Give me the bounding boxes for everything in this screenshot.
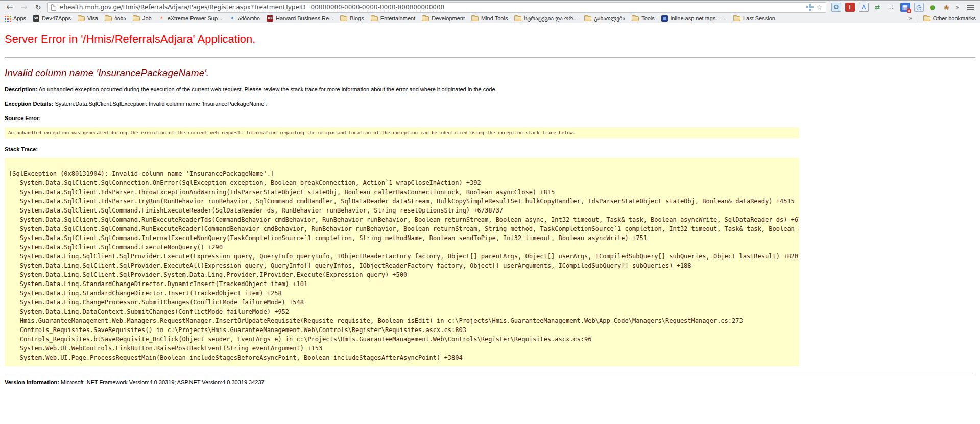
folder-icon [471,16,479,21]
bookmark-hbr[interactable]: HBRHarvard Business Re... [267,15,333,22]
exception-details-row: Exception Details: System.Data.SqlClient… [5,100,975,107]
bookmark-star-icon[interactable]: ☆ [816,4,823,11]
extension-glyph: ◉ [944,4,949,10]
source-error-label: Source Error: [5,115,41,121]
bookmark-label: ამბიონი [238,15,260,22]
url-text[interactable]: ehealth.moh.gov.ge/Hmis/ReferralsAdjara/… [60,4,806,11]
red-t-extension-icon[interactable]: t [845,3,855,12]
bookmark-inline-aspnet[interactable]: ▤inline asp.net tags... ... [661,15,727,22]
source-error-text: An unhandled exception was generated dur… [5,127,799,138]
extension-badge: x [907,9,911,13]
folder-icon [133,16,140,21]
bookmark-visa[interactable]: Visa [78,15,98,21]
extension-glyph: ● [930,4,935,10]
bookmark-mind-tools[interactable]: Mind Tools [471,15,508,21]
bookmark-strategia[interactable]: სტრატეგია და ორ... [514,15,578,22]
hbr-favicon: HBR [267,15,273,22]
other-bookmarks-button[interactable]: Other bookmarks [923,15,976,21]
bookmarks-list: AppsWDev47AppsVisaბინაJobXeXtreme Power … [4,15,782,22]
bookmark-label: Harvard Business Re... [276,15,333,21]
window-clock-extension-icon[interactable]: ◷ [914,3,924,12]
stack-trace-label: Stack Trace: [5,146,38,152]
bookmark-ambioni[interactable]: Xამბიონი [229,15,260,22]
folder-icon [733,16,740,21]
stack-trace-row: Stack Trace: [5,146,975,153]
folder-icon [78,16,85,21]
extreme-power-favicon: X [158,15,165,22]
extension-glyph: ◷ [916,4,921,10]
green-arrows-extension-icon[interactable]: ⇄ [873,3,882,12]
inline-aspnet-favicon: ▤ [661,15,668,22]
exception-details-label: Exception Details: [5,101,53,107]
error-page: Server Error in '/Hmis/ReferralsAdjara' … [0,32,980,385]
exception-details-text: System.Data.SqlClient.SqlException: Inva… [55,101,267,107]
back-button[interactable]: ← [3,2,17,13]
bookmark-job[interactable]: Job [133,15,152,21]
extension-glyph: ⇄ [875,4,880,10]
window-gear-extension-icon[interactable]: ⚙ [831,3,841,12]
bookmark-label: Mind Tools [481,15,508,21]
bookmark-tools[interactable]: Tools [632,15,655,21]
bookmark-label: სტრატეგია და ორ... [524,15,578,22]
apps-grid-icon [4,15,11,22]
ambioni-favicon: X [229,15,235,22]
bookmark-label: Last Session [743,15,775,21]
version-info: Version Information: Microsoft .NET Fram… [5,379,975,385]
bookmark-label: Other bookmarks [933,15,976,21]
bookmark-label: Development [432,15,465,21]
translate-extension-icon[interactable]: A [859,3,869,12]
bookmark-dev47apps[interactable]: WDev47Apps [33,15,71,22]
folder-icon [371,16,378,21]
chrome-menu-button[interactable] [963,2,977,13]
bookmark-label: ბინა [114,15,126,22]
bookmark-label: Blogs [350,15,364,21]
description-text: An unhandled exception occurred during t… [39,86,497,92]
title-divider [5,57,975,58]
bookmark-label: Entertainment [380,15,415,21]
cookie-extension-icon[interactable]: ◉ [942,3,951,12]
green-drop-extension-icon[interactable]: ● [928,3,938,12]
bookmark-development[interactable]: Development [422,15,465,21]
forward-button[interactable]: → [17,2,31,13]
bookmarks-separator [919,15,919,22]
bookmark-label: Visa [87,15,98,21]
bookmark-label: განათლება [594,15,625,22]
page-favicon-icon [51,4,56,11]
bookmark-entertainment[interactable]: Entertainment [371,15,415,21]
toolbar-overflow-chevron[interactable]: » [955,4,959,11]
bookmark-label: Dev47Apps [42,15,71,21]
bookmark-label: Apps [13,15,26,21]
bookmark-last-session[interactable]: Last Session [733,15,775,21]
bookmark-bina[interactable]: ბინა [105,15,126,22]
bookmark-label: Tools [641,15,655,21]
bookmark-extreme-power[interactable]: XeXtreme Power Sup... [158,15,223,22]
calendar-extension-icon[interactable]: ▦x [900,3,910,12]
description-row: Description: An unhandled exception occu… [5,86,975,93]
stack-trace-text: [SqlException (0x80131904): Invalid colu… [5,158,799,366]
bookmark-ganatleba[interactable]: განათლება [584,15,625,22]
source-error-row: Source Error: [5,114,975,122]
page-title: Server Error in '/Hmis/ReferralsAdjara' … [5,32,975,48]
folder-icon [514,16,521,21]
dev47apps-favicon: W [33,15,39,22]
extension-glyph: ∷ [889,4,893,10]
autoscroll-cross-icon[interactable] [809,6,811,8]
browser-toolbar: ← → ↻ ehealth.moh.gov.ge/Hmis/ReferralsA… [0,0,980,14]
reload-button[interactable]: ↻ [31,2,45,13]
folder-icon [105,16,112,21]
description-label: Description: [5,86,37,92]
folder-icon [340,16,347,21]
folder-icon [584,16,591,21]
dots-grid-extension-icon[interactable]: ∷ [887,3,896,12]
folder-icon [632,16,639,21]
footer-divider [5,374,975,374]
bookmark-apps[interactable]: Apps [4,15,26,22]
version-text: Microsoft .NET Framework Version:4.0.303… [61,379,265,385]
address-bar[interactable]: ehealth.moh.gov.ge/Hmis/ReferralsAdjara/… [47,2,826,13]
bookmark-blogs[interactable]: Blogs [340,15,364,21]
folder-icon [422,16,429,21]
extension-glyph: ⚙ [833,4,839,10]
bookmarks-bar-right: » Other bookmarks [906,15,976,22]
bookmarks-overflow-chevron[interactable]: » [909,15,912,22]
exception-message-heading: Invalid column name 'InsurancePackageNam… [5,67,975,79]
